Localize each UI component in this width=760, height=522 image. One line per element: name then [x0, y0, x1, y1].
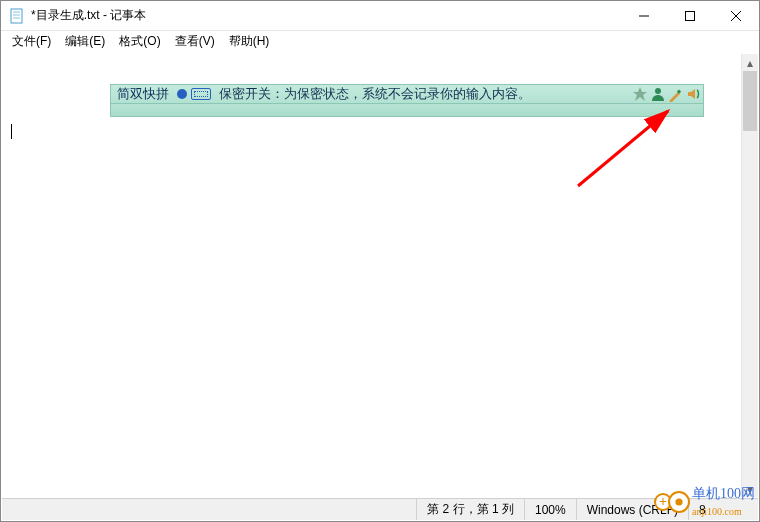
ime-toolbar[interactable]: 简双快拼 保密开关：为保密状态，系统不会记录你的输入内容。	[110, 84, 704, 104]
watermark-domain: anji100.com	[692, 506, 742, 517]
star-icon[interactable]	[632, 86, 648, 102]
menu-format[interactable]: 格式(O)	[112, 31, 167, 52]
scroll-thumb[interactable]	[743, 71, 757, 131]
vertical-scrollbar[interactable]: ▴ ▾	[741, 54, 758, 497]
watermark-icon-large	[668, 491, 690, 513]
menu-file[interactable]: 文件(F)	[5, 31, 58, 52]
menu-edit[interactable]: 编辑(E)	[58, 31, 112, 52]
menubar: 文件(F) 编辑(E) 格式(O) 查看(V) 帮助(H)	[1, 31, 759, 52]
text-caret	[11, 124, 12, 139]
menu-view[interactable]: 查看(V)	[168, 31, 222, 52]
watermark-text: 单机100网 anji100.com	[692, 485, 755, 519]
pencil-icon[interactable]	[668, 86, 684, 102]
keyboard-icon[interactable]	[191, 88, 211, 100]
svg-marker-8	[633, 87, 647, 101]
titlebar: *目录生成.txt - 记事本	[1, 1, 759, 31]
ime-dot-icon[interactable]	[177, 89, 187, 99]
maximize-button[interactable]	[667, 1, 713, 31]
svg-point-9	[655, 88, 661, 94]
svg-rect-5	[686, 11, 695, 20]
ime-mode-label[interactable]: 简双快拼	[117, 85, 169, 103]
svg-point-12	[675, 498, 682, 505]
watermark: + 单机100网 anji100.com	[654, 485, 755, 519]
watermark-brand: 单机100网	[692, 486, 755, 501]
speaker-icon[interactable]	[686, 86, 702, 102]
ime-status-message: 保密开关：为保密状态，系统不会记录你的输入内容。	[219, 85, 631, 103]
text-area[interactable]	[2, 54, 741, 497]
status-position: 第 2 行，第 1 列	[416, 499, 524, 520]
notepad-icon	[9, 8, 25, 24]
window-title: *目录生成.txt - 记事本	[31, 7, 621, 24]
scroll-up-icon[interactable]: ▴	[742, 54, 758, 71]
svg-rect-0	[11, 9, 22, 23]
close-button[interactable]	[713, 1, 759, 31]
statusbar: 第 2 行，第 1 列 100% Windows (CRLF) 8	[2, 498, 758, 520]
minimize-button[interactable]	[621, 1, 667, 31]
menu-help[interactable]: 帮助(H)	[222, 31, 277, 52]
ime-toolbar-footer	[110, 104, 704, 117]
status-zoom: 100%	[524, 499, 576, 520]
person-icon[interactable]	[650, 86, 666, 102]
